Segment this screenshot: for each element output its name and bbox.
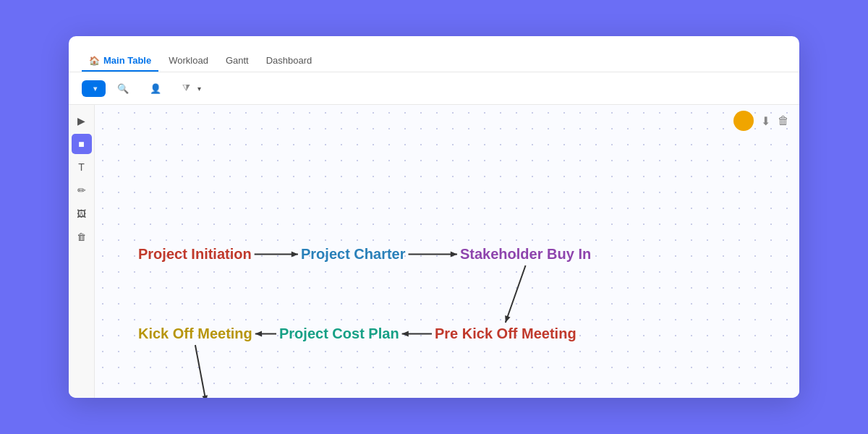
right-tools: ⬇ 🗑 (733, 111, 789, 131)
nav-tab-label: Main Table (103, 55, 151, 66)
header: 🏠Main TableWorkloadGanttDashboard (69, 36, 799, 72)
node-project-charter[interactable]: Project Charter (301, 246, 406, 263)
node-stakeholder-buy-in[interactable]: Stakeholder Buy In (460, 246, 591, 263)
new-item-button[interactable]: ▾ (82, 80, 106, 97)
svg-marker-1 (292, 252, 298, 258)
person-icon: 👤 (150, 83, 161, 94)
nav-tab-dashboard[interactable]: Dashboard (259, 51, 320, 72)
nav-tab-label: Gantt (226, 55, 249, 66)
cursor-tool[interactable]: ▶ (72, 111, 92, 131)
nav-tab-gantt[interactable]: Gantt (218, 51, 256, 72)
nav-tab-label: Workload (169, 55, 208, 66)
home-icon: 🏠 (89, 56, 100, 66)
trash-icon[interactable]: 🗑 (778, 114, 789, 127)
svg-marker-11 (202, 395, 208, 398)
search-icon: 🔍 (117, 83, 129, 94)
nav-tab-label: Dashboard (266, 55, 312, 66)
filter-icon: ⧩ (182, 82, 190, 94)
chevron-down-icon: ▾ (93, 85, 97, 93)
filter-chevron-icon: ▾ (197, 85, 201, 93)
svg-marker-7 (402, 331, 409, 337)
nav-tabs: 🏠Main TableWorkloadGanttDashboard (82, 51, 786, 72)
main-content: ⬇ 🗑 ▶ ■ T ✏ 🖼 🗑 Project InitiationProjec… (69, 105, 799, 398)
svg-marker-9 (255, 331, 262, 337)
image-tool[interactable]: 🖼 (72, 203, 92, 224)
node-project-initiation[interactable]: Project Initiation (138, 246, 252, 263)
pencil-tool[interactable]: ✏ (72, 180, 92, 200)
svg-line-4 (506, 265, 526, 323)
delete-tool[interactable]: 🗑 (72, 226, 92, 247)
svg-marker-5 (505, 315, 510, 323)
svg-marker-3 (451, 252, 457, 258)
rectangle-tool[interactable]: ■ (72, 134, 92, 154)
node-pre-kick-off-meeting[interactable]: Pre Kick Off Meeting (435, 326, 576, 342)
app-window: 🏠Main TableWorkloadGanttDashboard ▾ 🔍 👤 … (69, 36, 799, 398)
nav-tab-main-table[interactable]: 🏠Main Table (82, 51, 158, 72)
side-toolbar: ▶ ■ T ✏ 🖼 🗑 (69, 105, 95, 398)
avatar (733, 111, 754, 131)
filter-button[interactable]: ⧩ ▾ (176, 79, 207, 98)
node-project-cost-plan[interactable]: Project Cost Plan (279, 326, 399, 342)
search-button[interactable]: 🔍 (111, 80, 138, 98)
svg-line-10 (195, 345, 206, 398)
canvas: Project InitiationProject CharterStakeho… (95, 105, 799, 398)
download-icon[interactable]: ⬇ (761, 114, 770, 128)
person-button[interactable]: 👤 (144, 80, 171, 98)
nav-tab-workload[interactable]: Workload (161, 51, 216, 72)
node-kick-off-meeting[interactable]: Kick Off Meeting (138, 326, 252, 342)
text-tool[interactable]: T (72, 157, 92, 177)
toolbar: ▾ 🔍 👤 ⧩ ▾ (69, 72, 799, 105)
